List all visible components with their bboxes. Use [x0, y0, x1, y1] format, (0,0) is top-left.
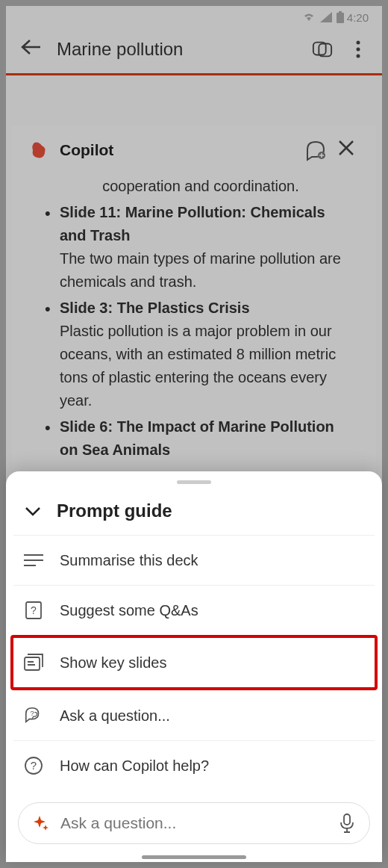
sparkle-icon [32, 814, 50, 832]
svg-text:?: ? [31, 759, 37, 772]
question-input[interactable] [60, 814, 329, 832]
home-indicator [142, 855, 246, 859]
prompt-label: Suggest some Q&As [60, 602, 198, 619]
prompt-suggest-qa[interactable]: ? Suggest some Q&As [13, 585, 375, 635]
prompt-label: Ask a question... [60, 707, 170, 725]
drag-handle[interactable] [177, 480, 211, 484]
question-input-bar[interactable] [18, 802, 370, 844]
prompt-label: Summarise this deck [60, 552, 198, 569]
svg-rect-10 [25, 657, 40, 670]
prompt-how-help[interactable]: ? How can Copilot help? [13, 740, 375, 790]
prompt-label: How can Copilot help? [60, 757, 209, 775]
microphone-icon[interactable] [340, 813, 356, 833]
svg-rect-14 [344, 814, 350, 825]
summarise-icon [24, 551, 43, 570]
key-slides-icon [24, 653, 43, 672]
qa-icon: ? [24, 601, 43, 620]
prompt-summarise[interactable]: Summarise this deck [13, 535, 375, 585]
prompt-ask-question[interactable]: ? Ask a question... [13, 690, 375, 740]
chevron-down-icon [24, 505, 42, 517]
chat-question-icon: ? [24, 706, 43, 725]
prompt-guide-sheet: Prompt guide Summarise this deck ? Sugge… [6, 471, 382, 862]
prompt-guide-title: Prompt guide [57, 500, 172, 521]
prompt-show-key-slides[interactable]: Show key slides [10, 635, 378, 690]
svg-text:?: ? [31, 710, 34, 717]
prompt-label: Show key slides [60, 654, 166, 672]
svg-text:?: ? [31, 604, 37, 616]
prompt-guide-header[interactable]: Prompt guide [6, 490, 382, 535]
help-icon: ? [24, 756, 43, 775]
